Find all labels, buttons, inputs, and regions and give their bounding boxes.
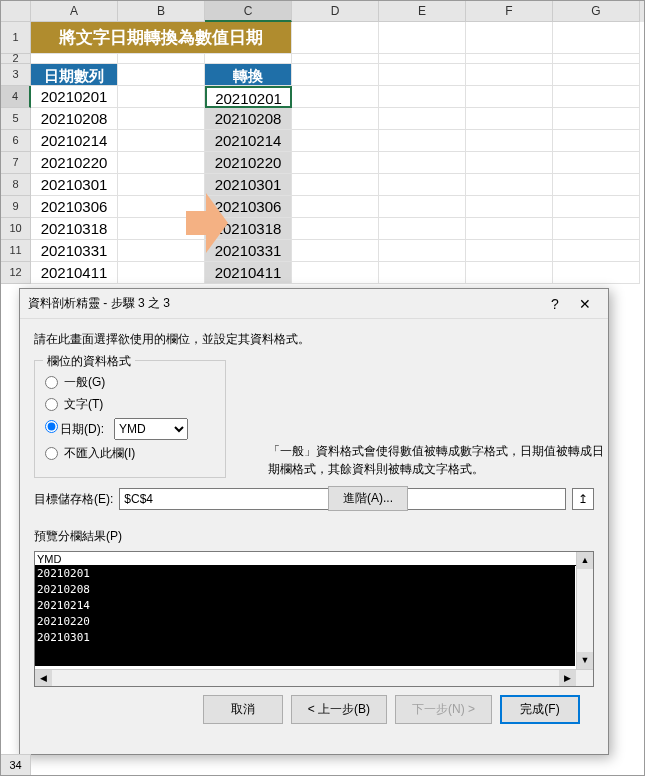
col-header-f[interactable]: F <box>466 1 553 22</box>
row-header-6[interactable]: 6 <box>1 130 31 152</box>
radio-date[interactable]: 日期(D): <box>45 420 104 438</box>
text-wizard-dialog: 資料剖析精靈 - 步驟 3 之 3 ? ✕ 請在此畫面選擇欲使用的欄位，並設定其… <box>19 288 609 755</box>
row-10: 102021031820210318 <box>1 218 644 240</box>
format-info: 「一般」資料格式會使得數值被轉成數字格式，日期值被轉成日期欄格式，其餘資料則被轉… <box>268 442 608 511</box>
cell-a10[interactable]: 20210318 <box>31 218 118 240</box>
cell-c4[interactable]: 20210201 <box>205 86 292 108</box>
radio-text[interactable]: 文字(T) <box>45 396 215 413</box>
col-header-d[interactable]: D <box>292 1 379 22</box>
radio-general[interactable]: 一般(G) <box>45 374 215 391</box>
fieldset-legend: 欄位的資料格式 <box>43 353 135 370</box>
instruction-text: 請在此畫面選擇欲使用的欄位，並設定其資料格式。 <box>34 331 594 348</box>
col-header-c[interactable]: C <box>205 1 292 22</box>
format-fieldset: 欄位的資料格式 一般(G) 文字(T) 日期(D): YMD 不匯入此欄(I) <box>34 360 226 478</box>
preview-col-header[interactable]: YMD <box>35 552 593 566</box>
preview-data: 2021020120210208202102142021022020210301 <box>35 566 575 666</box>
scroll-down-icon[interactable]: ▼ <box>577 652 593 669</box>
row-header-10[interactable]: 10 <box>1 218 31 240</box>
cell-a6[interactable]: 20210214 <box>31 130 118 152</box>
row-12: 122021041120210411 <box>1 262 644 284</box>
cell-c6[interactable]: 20210214 <box>205 130 292 152</box>
header-a[interactable]: 日期數列 <box>31 64 118 86</box>
row-header-12[interactable]: 12 <box>1 262 31 284</box>
scroll-up-icon[interactable]: ▲ <box>577 552 593 569</box>
cell-a8[interactable]: 20210301 <box>31 174 118 196</box>
back-button[interactable]: < 上一步(B) <box>291 695 387 724</box>
row-9: 92021030620210306 <box>1 196 644 218</box>
col-header-g[interactable]: G <box>553 1 640 22</box>
row-7: 72021022020210220 <box>1 152 644 174</box>
next-button: 下一步(N) > <box>395 695 492 724</box>
cell-a5[interactable]: 20210208 <box>31 108 118 130</box>
column-headers: A B C D E F G <box>1 1 644 22</box>
dialog-titlebar: 資料剖析精靈 - 步驟 3 之 3 ? ✕ <box>20 289 608 319</box>
row-11: 112021033120210331 <box>1 240 644 262</box>
cell-a4[interactable]: 20210201 <box>31 86 118 108</box>
preview-label: 預覽分欄結果(P) <box>34 528 594 545</box>
row-2: 2 <box>1 54 644 64</box>
arrow-icon <box>186 193 226 253</box>
scroll-left-icon[interactable]: ◀ <box>35 670 52 687</box>
row-header-1[interactable]: 1 <box>1 22 31 54</box>
date-format-select[interactable]: YMD <box>114 418 188 440</box>
spreadsheet: A B C D E F G 1 將文字日期轉換為數值日期 2 3 日期數列 轉換… <box>1 1 644 284</box>
select-all-corner[interactable] <box>1 1 31 22</box>
radio-skip[interactable]: 不匯入此欄(I) <box>45 445 215 462</box>
title-banner: 將文字日期轉換為數值日期 <box>31 22 292 54</box>
row-header-3[interactable]: 3 <box>1 64 31 86</box>
close-button[interactable]: ✕ <box>570 296 600 312</box>
row-header-7[interactable]: 7 <box>1 152 31 174</box>
row-header-9[interactable]: 9 <box>1 196 31 218</box>
cancel-button[interactable]: 取消 <box>203 695 283 724</box>
preview-box: YMD 202102012021020820210214202102202021… <box>34 551 594 687</box>
header-c[interactable]: 轉換 <box>205 64 292 86</box>
row-header-34[interactable]: 34 <box>1 754 31 775</box>
help-button[interactable]: ? <box>540 296 570 312</box>
cell-c5[interactable]: 20210208 <box>205 108 292 130</box>
col-header-a[interactable]: A <box>31 1 118 22</box>
row-4: 42021020120210201 <box>1 86 644 108</box>
row-header-2[interactable]: 2 <box>1 54 31 64</box>
cell-a12[interactable]: 20210411 <box>31 262 118 284</box>
row-6: 62021021420210214 <box>1 130 644 152</box>
finish-button[interactable]: 完成(F) <box>500 695 580 724</box>
scrollbar-vertical[interactable]: ▲ ▼ <box>576 552 593 669</box>
target-label: 目標儲存格(E): <box>34 491 113 508</box>
row-header-5[interactable]: 5 <box>1 108 31 130</box>
col-header-e[interactable]: E <box>379 1 466 22</box>
cell-c12[interactable]: 20210411 <box>205 262 292 284</box>
dialog-title: 資料剖析精靈 - 步驟 3 之 3 <box>28 295 540 312</box>
row-3: 3 日期數列 轉換 <box>1 64 644 86</box>
row-header-4[interactable]: 4 <box>1 86 31 108</box>
row-1: 1 將文字日期轉換為數值日期 <box>1 22 644 54</box>
col-header-b[interactable]: B <box>118 1 205 22</box>
scrollbar-horizontal[interactable]: ◀ ▶ <box>35 669 593 686</box>
cell-a9[interactable]: 20210306 <box>31 196 118 218</box>
row-header-8[interactable]: 8 <box>1 174 31 196</box>
scroll-right-icon[interactable]: ▶ <box>559 670 576 687</box>
advanced-button[interactable]: 進階(A)... <box>328 486 408 511</box>
row-header-11[interactable]: 11 <box>1 240 31 262</box>
cell-c7[interactable]: 20210220 <box>205 152 292 174</box>
row-5: 52021020820210208 <box>1 108 644 130</box>
cell-a11[interactable]: 20210331 <box>31 240 118 262</box>
cell-a7[interactable]: 20210220 <box>31 152 118 174</box>
row-8: 82021030120210301 <box>1 174 644 196</box>
